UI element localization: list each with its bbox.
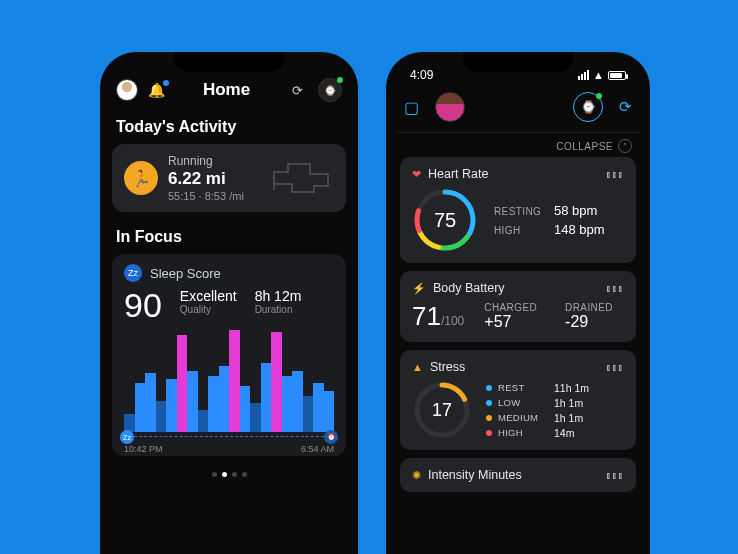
sleep-bar xyxy=(177,335,188,432)
card-title: Stress xyxy=(430,360,465,374)
chevron-up-icon: ˄ xyxy=(618,139,632,153)
top-bar: ▢ ⌚ ⟳ xyxy=(396,84,640,133)
sleep-score-card[interactable]: Zz Sleep Score 90 Excellent Quality 8h 1… xyxy=(112,254,346,456)
resting-label: RESTING xyxy=(494,206,542,217)
notch xyxy=(463,52,573,72)
heart-icon: ❤ xyxy=(412,168,421,181)
activity-type: Running xyxy=(168,154,244,168)
sleep-bar xyxy=(292,371,303,432)
intensity-minutes-card[interactable]: ✺ Intensity Minutes ⫾⫾⫾ xyxy=(400,458,636,492)
inbox-icon[interactable]: ▢ xyxy=(404,98,419,117)
running-icon: 🏃 xyxy=(124,161,158,195)
sleep-bar xyxy=(282,376,293,432)
sleep-bar xyxy=(324,391,335,432)
sleep-quality: Excellent xyxy=(180,288,237,304)
high-value: 148 bpm xyxy=(554,222,605,237)
drained-label: DRAINED xyxy=(565,302,613,313)
sleep-bar xyxy=(219,366,230,432)
sleep-bar xyxy=(135,383,146,432)
bar-chart-icon[interactable]: ⫾⫾⫾ xyxy=(606,361,624,373)
sleep-bar xyxy=(240,386,251,432)
avatar[interactable] xyxy=(435,92,465,122)
sync-icon[interactable]: ⟳ xyxy=(619,98,632,116)
card-title: Heart Rate xyxy=(428,167,488,181)
in-focus-heading: In Focus xyxy=(110,222,348,254)
sleep-bar xyxy=(145,373,156,432)
bell-icon[interactable]: 🔔 xyxy=(148,82,165,98)
sleep-bar xyxy=(198,410,209,432)
sleep-bar xyxy=(187,371,198,432)
sleep-quality-label: Quality xyxy=(180,304,237,315)
stress-card[interactable]: ▲ Stress ⫾⫾⫾ 17 REST11h 1mLOW1h 1mMEDIUM… xyxy=(400,350,636,450)
axis-end-icon: ⏰ xyxy=(324,430,338,444)
stress-ring: 17 xyxy=(412,380,472,440)
today-activity-heading: Today's Activity xyxy=(110,112,348,144)
sleep-bar xyxy=(303,396,314,432)
activity-card-running[interactable]: 🏃 Running 6.22 mi 55:15 · 8:53 /mi xyxy=(112,144,346,212)
sleep-title: Sleep Score xyxy=(150,266,221,281)
phone-home: 🔔 Home ⟳ ⌚ Today's Activity 🏃 Running 6.… xyxy=(100,52,358,554)
heart-rate-value: 75 xyxy=(412,187,478,253)
activity-distance: 6.22 mi xyxy=(168,169,244,189)
stress-icon: ▲ xyxy=(412,361,423,373)
high-label: HIGH xyxy=(494,225,542,236)
legend-row: REST11h 1m xyxy=(486,382,589,394)
status-time: 4:09 xyxy=(410,68,433,82)
legend-row: LOW1h 1m xyxy=(486,397,589,409)
sleep-chart: Zz ⏰ 10:42 PM 6:54 AM xyxy=(124,330,334,450)
sleep-icon: Zz xyxy=(124,264,142,282)
notch xyxy=(174,52,284,72)
page-title: Home xyxy=(203,80,250,100)
sleep-bar xyxy=(166,379,177,432)
sleep-bar xyxy=(208,376,219,432)
resting-value: 58 bpm xyxy=(554,203,597,218)
legend-row: MEDIUM1h 1m xyxy=(486,412,589,424)
sync-icon[interactable]: ⟳ xyxy=(288,80,308,100)
axis-end-label: 6:54 AM xyxy=(301,444,334,454)
sleep-bar xyxy=(271,332,282,432)
heart-rate-card[interactable]: ❤ Heart Rate ⫾⫾⫾ 75 RES xyxy=(400,157,636,263)
sleep-bar xyxy=(313,383,324,432)
wifi-icon: ▲ xyxy=(593,69,604,81)
activity-subline: 55:15 · 8:53 /mi xyxy=(168,190,244,202)
stress-value: 17 xyxy=(412,380,472,440)
stress-legend: REST11h 1mLOW1h 1mMEDIUM1h 1mHIGH14m xyxy=(486,382,589,439)
drained-value: -29 xyxy=(565,313,613,331)
sleep-bar xyxy=(261,363,272,432)
card-title: Body Battery xyxy=(433,281,505,295)
collapse-button[interactable]: COLLAPSE ˄ xyxy=(396,133,640,157)
phone-stats: 4:09 ▲ ▢ ⌚ ⟳ COLLAPSE ˄ ❤ Heart Rate ⫾⫾⫾ xyxy=(386,52,650,554)
route-thumbnail xyxy=(270,160,334,196)
sleep-duration: 8h 12m xyxy=(255,288,302,304)
device-chip[interactable]: ⌚ xyxy=(318,78,342,102)
bar-chart-icon[interactable]: ⫾⫾⫾ xyxy=(606,168,624,180)
charged-value: +57 xyxy=(484,313,537,331)
body-battery-denom: /100 xyxy=(441,314,464,328)
bar-chart-icon[interactable]: ⫾⫾⫾ xyxy=(606,282,624,294)
sleep-score-value: 90 xyxy=(124,288,162,322)
axis-start-label: 10:42 PM xyxy=(124,444,163,454)
sleep-bar xyxy=(156,401,167,432)
card-title: Intensity Minutes xyxy=(428,468,522,482)
sleep-bar xyxy=(250,403,261,432)
body-battery-value: 71 xyxy=(412,301,441,331)
collapse-label: COLLAPSE xyxy=(556,141,613,152)
battery-icon xyxy=(608,71,626,80)
signal-icon xyxy=(578,70,589,80)
sleep-bar xyxy=(229,330,240,432)
avatar[interactable] xyxy=(116,79,138,101)
charged-label: CHARGED xyxy=(484,302,537,313)
top-bar: 🔔 Home ⟳ ⌚ xyxy=(110,70,348,112)
body-battery-card[interactable]: ⚡ Body Battery ⫾⫾⫾ 71/100 CHARGED +57 DR… xyxy=(400,271,636,342)
axis-start-icon: Zz xyxy=(120,430,134,444)
bar-chart-icon[interactable]: ⫾⫾⫾ xyxy=(606,469,624,481)
device-chip[interactable]: ⌚ xyxy=(573,92,603,122)
body-battery-icon: ⚡ xyxy=(412,282,426,295)
legend-row: HIGH14m xyxy=(486,427,589,439)
page-indicator xyxy=(110,472,348,477)
intensity-icon: ✺ xyxy=(412,469,421,482)
heart-rate-ring: 75 xyxy=(412,187,478,253)
sleep-duration-label: Duration xyxy=(255,304,302,315)
